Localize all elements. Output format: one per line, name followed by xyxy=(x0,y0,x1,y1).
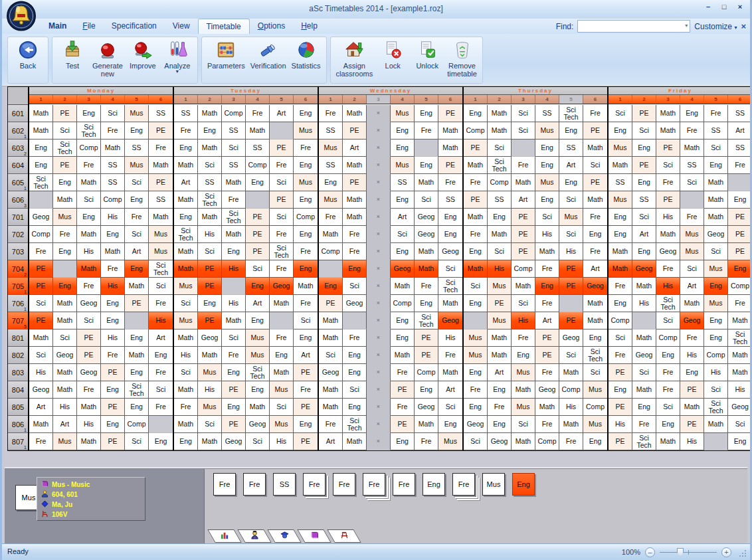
lesson-cell[interactable]: Math xyxy=(29,416,53,433)
lesson-cell[interactable]: Math xyxy=(319,381,343,399)
lesson-cell[interactable]: His xyxy=(438,329,462,347)
lesson-cell[interactable]: PE xyxy=(29,278,53,295)
lesson-cell[interactable]: Eng xyxy=(174,433,198,450)
lesson-cell[interactable]: Fre xyxy=(343,329,367,347)
lesson-cell[interactable]: Eng xyxy=(222,364,246,381)
lesson-cell[interactable]: Sci Tech xyxy=(343,416,367,433)
lesson-cell[interactable]: PE xyxy=(391,416,415,433)
lesson-cell[interactable]: Mus xyxy=(609,191,632,209)
lesson-cell[interactable]: × xyxy=(367,209,391,226)
lesson-cell[interactable]: Math xyxy=(391,278,415,295)
lesson-cell[interactable]: Eng xyxy=(294,329,318,347)
lesson-cell[interactable]: Eng xyxy=(294,260,318,278)
lesson-cell[interactable]: His xyxy=(656,209,680,226)
lesson-cell[interactable]: Math xyxy=(535,243,559,260)
lesson-cell[interactable]: Eng xyxy=(319,278,343,295)
lesson-cell[interactable]: Geog xyxy=(632,260,656,278)
lesson-cell[interactable]: His xyxy=(609,416,632,433)
lesson-cell[interactable]: Math xyxy=(198,209,222,226)
lock-button[interactable]: Lock xyxy=(376,39,409,70)
lesson-cell[interactable]: Math xyxy=(415,260,438,278)
lesson-cell[interactable]: SS xyxy=(680,157,704,174)
lesson-cell[interactable]: × xyxy=(367,312,391,329)
lesson-cell[interactable]: Art xyxy=(559,157,583,174)
lesson-cell[interactable]: Art xyxy=(29,399,53,416)
lesson-cell[interactable]: Eng xyxy=(222,243,246,260)
lesson-cell[interactable]: Eng xyxy=(583,226,607,243)
lesson-cell[interactable]: × xyxy=(367,347,391,364)
menu-tab-view[interactable]: View xyxy=(165,19,198,34)
lesson-cell[interactable]: PE xyxy=(512,226,535,243)
lesson-cell[interactable]: Sci xyxy=(222,140,246,157)
lesson-cell[interactable]: Art xyxy=(174,174,198,191)
lesson-cell[interactable]: Sci xyxy=(704,243,728,260)
lesson-cell[interactable]: Mus xyxy=(270,381,294,399)
row-label-602[interactable]: 6021 xyxy=(8,122,28,140)
lesson-cell[interactable]: SS xyxy=(149,191,173,209)
row-label-704[interactable]: 7042 xyxy=(8,260,28,278)
row-label-801[interactable]: 801 xyxy=(8,329,28,347)
lesson-cell[interactable]: Mus xyxy=(294,122,318,140)
lesson-cell[interactable] xyxy=(270,312,294,329)
lesson-cell[interactable]: Mus xyxy=(149,226,173,243)
lesson-cell[interactable]: Geog xyxy=(270,278,294,295)
lesson-cell[interactable]: Comp xyxy=(391,295,415,312)
lesson-cell[interactable]: Mus xyxy=(391,157,415,174)
lesson-cell[interactable]: Geog xyxy=(222,433,246,450)
lesson-cell[interactable]: Sci xyxy=(246,260,270,278)
lesson-cell[interactable]: Eng xyxy=(656,347,680,364)
lesson-cell[interactable]: Math xyxy=(704,191,728,209)
lesson-cell[interactable]: Mus xyxy=(609,140,632,157)
lesson-cell[interactable]: SS xyxy=(488,191,512,209)
lesson-cell[interactable]: Math xyxy=(583,295,607,312)
lesson-cell[interactable]: Math xyxy=(77,226,101,243)
lesson-cell[interactable]: Sci xyxy=(559,226,583,243)
lesson-cell[interactable]: Math xyxy=(488,122,512,140)
lesson-cell[interactable]: SS xyxy=(535,105,559,122)
unplaced-card-mus[interactable]: Mus xyxy=(482,473,505,496)
lesson-cell[interactable]: Math xyxy=(583,312,607,329)
lesson-cell[interactable]: PE xyxy=(294,433,318,450)
lesson-cell[interactable]: Sci xyxy=(680,260,704,278)
lesson-cell[interactable]: Eng xyxy=(391,122,415,140)
lesson-cell[interactable]: Geog xyxy=(415,226,438,243)
lesson-cell[interactable]: Fre xyxy=(222,191,246,209)
lesson-cell[interactable]: Art xyxy=(512,191,535,209)
lesson-cell[interactable]: Art xyxy=(246,295,270,312)
lesson-cell[interactable]: Math xyxy=(319,312,343,329)
lesson-cell[interactable]: Math xyxy=(29,122,53,140)
lesson-cell[interactable]: Fre xyxy=(53,226,77,243)
lesson-cell[interactable]: Math xyxy=(704,209,728,226)
lesson-cell[interactable]: Math xyxy=(53,312,77,329)
lesson-cell[interactable]: Math xyxy=(174,157,198,174)
lesson-cell[interactable]: Fre xyxy=(609,347,632,364)
unplaced-card-ss[interactable]: SS xyxy=(273,473,296,496)
lesson-cell[interactable]: PE xyxy=(656,191,680,209)
lesson-cell[interactable]: PE xyxy=(680,416,704,433)
lesson-cell[interactable]: Fre xyxy=(704,105,728,122)
lesson-cell[interactable]: Math xyxy=(415,174,438,191)
row-label-807[interactable]: 8071 xyxy=(8,433,28,450)
lesson-cell[interactable]: Eng xyxy=(29,140,53,157)
lesson-cell[interactable]: Math xyxy=(488,329,512,347)
lesson-cell[interactable]: His xyxy=(77,416,101,433)
verification-button[interactable]: Verification xyxy=(248,39,288,70)
lesson-cell[interactable]: Eng xyxy=(680,364,704,381)
lesson-cell[interactable]: Mus xyxy=(246,329,270,347)
lesson-cell[interactable]: Eng xyxy=(101,295,125,312)
zoom-in-button[interactable]: + xyxy=(721,547,731,557)
lesson-cell[interactable]: Sci xyxy=(512,295,535,312)
lesson-cell[interactable]: Eng xyxy=(53,278,77,295)
row-label-802[interactable]: 802 xyxy=(8,347,28,364)
lesson-cell[interactable]: Eng xyxy=(101,416,125,433)
lesson-cell[interactable]: Fre xyxy=(656,364,680,381)
lesson-cell[interactable]: Sci xyxy=(77,312,101,329)
lesson-cell[interactable]: Eng xyxy=(391,312,415,329)
lesson-cell[interactable]: Math xyxy=(198,347,222,364)
lesson-cell[interactable]: Math xyxy=(125,347,149,364)
lesson-cell[interactable]: Eng xyxy=(77,105,101,122)
lesson-cell[interactable]: Geog xyxy=(559,329,583,347)
unplaced-card-eng[interactable]: Eng xyxy=(423,473,445,496)
unplaced-card-fre[interactable]: Fre xyxy=(243,473,266,496)
lesson-cell[interactable]: PE xyxy=(246,243,270,260)
